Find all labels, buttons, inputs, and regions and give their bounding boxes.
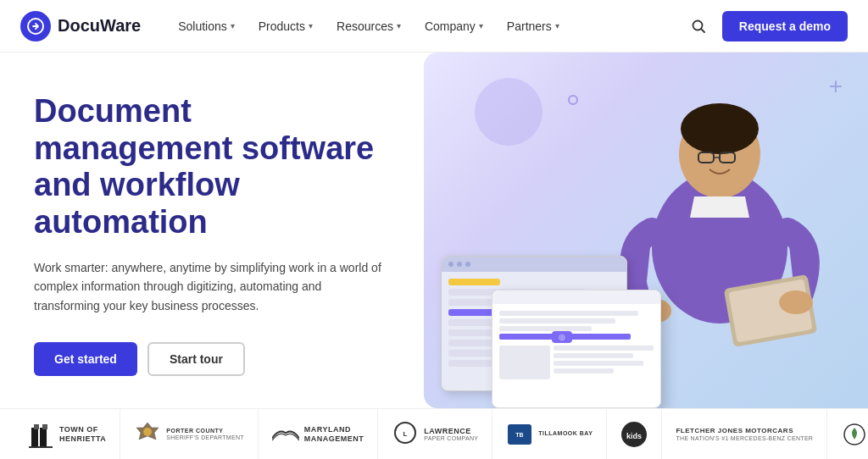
hero-subtitle: Work smarter: anywhere, anytime by simpl…	[34, 258, 390, 315]
hero-left: Document management software and workflo…	[0, 53, 424, 408]
svg-text:kids: kids	[626, 432, 642, 440]
start-tour-button[interactable]: Start tour	[147, 342, 245, 376]
hero-buttons: Get started Start tour	[34, 342, 390, 376]
svg-rect-13	[40, 428, 47, 448]
nav-partners[interactable]: Partners ▾	[497, 13, 570, 40]
lawrence-label: LAWRENCE PAPER COMPANY	[424, 427, 478, 442]
logo-text: DocuWare	[58, 16, 141, 36]
dot-2	[457, 262, 462, 267]
logo-oakfield: Town of Oakfield	[827, 409, 868, 459]
chevron-down-icon: ▾	[479, 21, 483, 30]
hero-title: Document management software and workflo…	[34, 93, 390, 241]
mini-row-2	[499, 318, 615, 324]
logo-henrietta: TOWN OF HENRIETTA	[14, 409, 120, 459]
chevron-down-icon: ▾	[231, 21, 235, 30]
nav-solutions[interactable]: Solutions ▾	[168, 13, 245, 40]
header-right: Request a demo	[685, 11, 848, 41]
nav-resources[interactable]: Resources ▾	[326, 13, 411, 40]
mockup-badge: ◎	[552, 331, 572, 343]
logo-icon	[20, 11, 51, 41]
oakfield-icon	[841, 421, 868, 448]
mockup-back-titlebar	[442, 257, 626, 272]
henrietta-label: TOWN OF HENRIETTA	[59, 425, 106, 444]
mockup-front-titlebar	[492, 290, 660, 304]
svg-point-4	[681, 103, 759, 154]
maryland-icon	[272, 421, 299, 448]
header: DocuWare Solutions ▾ Products ▾ Resource…	[0, 0, 868, 53]
get-started-button[interactable]: Get started	[34, 342, 137, 376]
logo-sheriffs: Porter County Sheriff's Department	[120, 409, 258, 459]
mock-row-yellow	[448, 279, 500, 285]
mini-row-3	[499, 326, 592, 331]
tillamook-icon: TB	[506, 421, 533, 448]
chevron-down-icon: ▾	[397, 21, 401, 30]
logo-lawrence: L LAWRENCE PAPER COMPANY	[378, 409, 492, 459]
logos-strip: TOWN OF HENRIETTA Porter County Sheriff'…	[0, 408, 868, 459]
svg-point-11	[779, 290, 813, 314]
main-content: Document management software and workflo…	[0, 53, 868, 408]
sheriffs-icon	[134, 421, 161, 448]
mini-panel	[499, 346, 550, 379]
svg-rect-15	[42, 424, 47, 429]
lawrence-icon: L	[392, 421, 419, 448]
chevron-down-icon: ▾	[309, 21, 313, 30]
software-mockup: ◎	[441, 256, 627, 391]
nav-products[interactable]: Products ▾	[248, 13, 323, 40]
maryland-label: Maryland Management	[304, 425, 364, 444]
logo-fletcher: FLETCHER JONES MOTORCARS THE NATION'S #1…	[662, 409, 827, 459]
logo-maryland: Maryland Management	[259, 409, 379, 459]
mini-row-5	[554, 346, 654, 351]
kids-icon: kids	[620, 421, 648, 448]
henrietta-icon	[27, 421, 54, 448]
mini-row-6	[554, 353, 633, 358]
svg-point-18	[143, 428, 152, 436]
tillamook-label: TILLAMOOK BAY	[538, 430, 593, 437]
dot-1	[448, 262, 453, 267]
request-demo-button[interactable]: Request a demo	[722, 11, 848, 41]
hero-right: +	[424, 53, 868, 408]
mini-row-8	[554, 368, 614, 373]
sheriffs-label: Porter County Sheriff's Department	[166, 428, 243, 440]
nav-company[interactable]: Company ▾	[415, 13, 493, 40]
chevron-down-icon: ▾	[555, 21, 559, 30]
deco-circle-large	[475, 78, 542, 146]
logo-kids: kids	[607, 409, 662, 459]
main-nav: Solutions ▾ Products ▾ Resources ▾ Compa…	[168, 13, 685, 40]
svg-rect-14	[34, 424, 39, 429]
logo[interactable]: DocuWare	[20, 11, 141, 41]
mini-lines	[554, 346, 654, 379]
mockup-front: ◎	[492, 290, 661, 408]
search-icon[interactable]	[685, 13, 712, 40]
svg-rect-12	[31, 428, 38, 448]
mockup-front-content	[492, 304, 660, 386]
mini-row-1	[499, 311, 638, 316]
svg-text:L: L	[403, 430, 408, 438]
fletcher-label: FLETCHER JONES MOTORCARS THE NATION'S #1…	[676, 427, 813, 441]
svg-rect-16	[29, 446, 53, 448]
mini-row-7	[554, 361, 643, 366]
svg-text:TB: TB	[516, 432, 524, 438]
dot-3	[465, 262, 470, 267]
logo-tillamook: TB TILLAMOOK BAY	[492, 409, 607, 459]
